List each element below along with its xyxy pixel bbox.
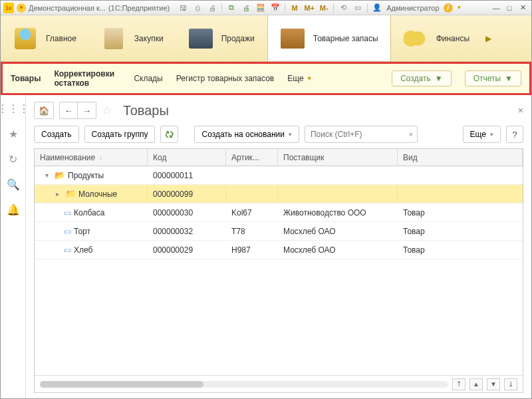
- save-icon[interactable]: 🖫: [178, 3, 188, 13]
- button-label: Создать: [41, 130, 72, 139]
- subnav-more[interactable]: Еще▼: [287, 74, 312, 83]
- cell-name: ▭Хлеб: [35, 241, 148, 259]
- section-nav-more[interactable]: ▶: [482, 15, 494, 61]
- cell-article: [226, 185, 278, 203]
- col-kind[interactable]: Вид: [398, 149, 523, 166]
- scroll-up-button[interactable]: ▲: [469, 378, 483, 390]
- nav-back-button[interactable]: ←: [59, 102, 78, 119]
- row-name-text: Хлеб: [74, 245, 92, 255]
- title-toolbar: 🖫 ⎙ 🖨 ⧉ 🖨 🧮 📅 M M+ M- ⟲ ▭ 👤 Администрато…: [178, 3, 462, 13]
- panel-icon[interactable]: ▭: [352, 3, 363, 13]
- section-purchases[interactable]: Закупки: [89, 15, 176, 61]
- table-row[interactable]: ▸📁Молочные000000099: [35, 185, 523, 203]
- subnav-register[interactable]: Регистр товарных запасов: [176, 74, 274, 83]
- search-clear-icon[interactable]: ×: [409, 130, 413, 138]
- cell-code: 000000032: [148, 222, 226, 240]
- notifications-icon[interactable]: 🔔: [7, 203, 20, 216]
- search-box[interactable]: ×: [305, 126, 418, 143]
- col-article[interactable]: Артик...: [226, 149, 278, 166]
- table-row[interactable]: ▾📂Продукты000000011: [35, 166, 523, 185]
- section-inventory[interactable]: Товарные запасы: [267, 15, 391, 61]
- cell-article: T78: [226, 222, 278, 240]
- nav-forward-button[interactable]: →: [78, 102, 96, 119]
- col-code[interactable]: Код: [148, 149, 226, 166]
- info-icon[interactable]: i: [444, 3, 453, 13]
- cell-article: Kol67: [226, 203, 278, 221]
- section-finance[interactable]: Финансы: [391, 15, 482, 61]
- sub-nav: Товары Корректировки остатков Склады Рег…: [1, 62, 531, 95]
- side-toolbar: ⋮⋮⋮ ★ ↻ 🔍 🔔: [1, 95, 26, 399]
- table-row[interactable]: ▭Хлеб000000029H987Мосхлеб ОАОТовар: [35, 241, 523, 259]
- section-label: Финансы: [436, 34, 469, 43]
- close-page-button[interactable]: ×: [518, 105, 523, 116]
- content: 🏠 ← → ☆ Товары × Создать Создать группу …: [26, 95, 531, 399]
- cell-kind: Товар: [398, 241, 523, 259]
- cell-code: 000000030: [148, 203, 226, 221]
- scroll-last-button[interactable]: ⤓: [504, 378, 517, 390]
- separator: [285, 3, 285, 13]
- zoom-back-icon[interactable]: ⟲: [338, 3, 348, 13]
- apps-icon[interactable]: ⋮⋮⋮: [7, 102, 20, 115]
- cell-kind: [398, 185, 523, 203]
- calendar-icon[interactable]: 📅: [270, 3, 281, 13]
- section-main[interactable]: Главное: [1, 15, 89, 61]
- register-icon: [188, 26, 213, 51]
- scroll-first-button[interactable]: ⤒: [452, 378, 466, 390]
- h-scrollbar[interactable]: [40, 381, 448, 388]
- cell-name: ▭Колбаса: [35, 203, 148, 221]
- search-icon[interactable]: 🔍: [7, 178, 20, 191]
- scroll-down-button[interactable]: ▼: [487, 378, 500, 390]
- memory-mplus-button[interactable]: M+: [304, 3, 315, 13]
- tree-toggle-icon[interactable]: ▸: [56, 190, 63, 198]
- minimize-button[interactable]: —: [490, 3, 502, 13]
- compare-icon[interactable]: ⧉: [226, 3, 237, 13]
- bag-icon: [101, 26, 126, 51]
- subnav-warehouses[interactable]: Склады: [134, 74, 162, 83]
- button-label: Создать группу: [92, 130, 148, 139]
- subnav-corrections[interactable]: Корректировки остатков: [54, 69, 120, 88]
- window-mode: (1С:Предприятие): [108, 4, 170, 12]
- user-label: Администратор: [386, 4, 439, 12]
- favorites-icon[interactable]: ★: [7, 127, 20, 140]
- section-sales[interactable]: Продажи: [176, 15, 267, 61]
- home-button[interactable]: 🏠: [34, 102, 54, 119]
- item-icon: ▭: [64, 227, 71, 236]
- print2-icon[interactable]: 🖨: [241, 3, 251, 13]
- favorite-star-icon[interactable]: ☆: [102, 103, 112, 118]
- memory-mminus-button[interactable]: M-: [319, 3, 329, 13]
- app-menu-dropdown[interactable]: ▼: [17, 3, 26, 13]
- subnav-reports-button[interactable]: Отчеты▼: [465, 70, 521, 86]
- history-icon[interactable]: ↻: [7, 152, 20, 166]
- button-label: Отчеты: [473, 74, 501, 83]
- subnav-goods[interactable]: Товары: [11, 74, 41, 83]
- titlebar: 1e ▼ Демонстрационная к... (1С:Предприят…: [1, 1, 531, 15]
- more-button[interactable]: Еще▾: [463, 126, 501, 143]
- create-group-button[interactable]: Создать группу: [84, 126, 156, 143]
- tree-toggle-icon[interactable]: ▾: [45, 172, 52, 179]
- col-supplier[interactable]: Поставщик: [278, 149, 398, 166]
- separator: [221, 3, 222, 13]
- print-icon[interactable]: 🖨: [207, 3, 217, 13]
- refresh-button[interactable]: 🗘: [160, 126, 178, 143]
- subnav-more-label: Еще: [287, 74, 303, 83]
- calculator-icon[interactable]: 🧮: [255, 3, 266, 13]
- table-row[interactable]: ▭Колбаса000000030Kol67Животноводство ООО…: [35, 203, 523, 222]
- section-label: Главное: [46, 34, 76, 43]
- memory-m-button[interactable]: M: [289, 3, 300, 13]
- print-preview-icon[interactable]: ⎙: [192, 3, 203, 13]
- subnav-create-button[interactable]: Создать▼: [392, 70, 452, 86]
- window-controls: — □ ✕: [490, 3, 529, 13]
- close-button[interactable]: ✕: [517, 3, 529, 13]
- user-icon: 👤: [372, 3, 382, 13]
- search-input[interactable]: [305, 130, 417, 139]
- button-label: Еще: [470, 130, 486, 139]
- table-row[interactable]: ▭Торт000000032T78Мосхлеб ОАОТовар: [35, 222, 523, 241]
- cell-code: 000000029: [148, 241, 226, 259]
- col-name[interactable]: Наименование↓: [35, 149, 148, 166]
- section-label: Закупки: [134, 34, 164, 43]
- maximize-button[interactable]: □: [503, 3, 515, 13]
- create-button[interactable]: Создать: [34, 126, 79, 143]
- scrollbar-thumb[interactable]: [40, 381, 203, 388]
- help-button[interactable]: ?: [506, 126, 523, 143]
- create-based-button[interactable]: Создать на основании▾: [194, 126, 299, 143]
